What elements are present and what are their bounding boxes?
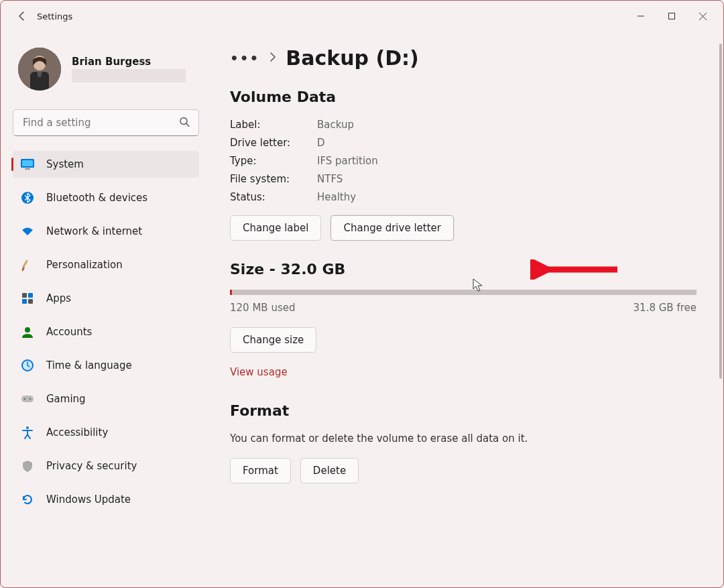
sidebar: Brian Burgess System Bluetooth & devices <box>1 32 208 587</box>
change-size-button[interactable]: Change size <box>230 327 316 353</box>
sidebar-item-update[interactable]: Windows Update <box>13 486 199 513</box>
update-icon <box>21 493 34 506</box>
window-maximize-button[interactable] <box>656 5 687 27</box>
drive-letter-key: Drive letter: <box>230 137 317 149</box>
sidebar-item-label: Apps <box>46 292 71 304</box>
format-description: You can format or delete the volume to e… <box>230 432 697 445</box>
sidebar-item-accessibility[interactable]: Accessibility <box>13 419 199 446</box>
svg-rect-16 <box>21 396 34 402</box>
avatar <box>18 48 61 91</box>
change-drive-letter-button[interactable]: Change drive letter <box>330 215 453 241</box>
sidebar-item-label: Accounts <box>46 326 92 338</box>
chevron-right-icon <box>269 52 276 64</box>
sidebar-item-time[interactable]: Time & language <box>13 352 199 379</box>
status-value: Healthy <box>317 191 697 203</box>
delete-button[interactable]: Delete <box>300 458 359 483</box>
close-icon <box>699 13 707 20</box>
profile-email-placeholder <box>72 69 186 82</box>
apps-icon <box>21 292 34 305</box>
sidebar-item-bluetooth[interactable]: Bluetooth & devices <box>13 184 199 211</box>
search-container <box>13 109 199 136</box>
profile-block[interactable]: Brian Burgess <box>13 48 199 91</box>
format-button[interactable]: Format <box>230 458 291 483</box>
svg-point-14 <box>25 327 30 333</box>
size-free-label: 31.8 GB free <box>634 302 697 314</box>
view-usage-link[interactable]: View usage <box>230 366 288 378</box>
label-key: Label: <box>230 119 317 131</box>
sidebar-item-apps[interactable]: Apps <box>13 285 199 312</box>
sidebar-item-label: Gaming <box>46 393 86 405</box>
svg-rect-9 <box>22 259 28 268</box>
svg-rect-12 <box>22 299 27 304</box>
status-key: Status: <box>230 191 317 203</box>
main-content: ••• Backup (D:) Volume Data Label: Backu… <box>208 32 723 587</box>
size-used-label: 120 MB used <box>230 302 295 314</box>
section-format-heading: Format <box>230 402 697 419</box>
paintbrush-icon <box>21 258 34 272</box>
svg-rect-13 <box>28 299 33 304</box>
breadcrumb-more[interactable]: ••• <box>230 50 259 66</box>
filesystem-value: NTFS <box>317 173 697 185</box>
title-bar: Settings <box>1 1 723 32</box>
section-volume-data-heading: Volume Data <box>230 89 697 105</box>
type-value: IFS partition <box>317 155 697 167</box>
sidebar-item-label: Time & language <box>46 359 132 371</box>
sidebar-item-label: Personalization <box>46 259 123 271</box>
maximize-icon <box>668 13 675 19</box>
page-title: Backup (D:) <box>286 46 418 70</box>
search-input[interactable] <box>13 109 199 136</box>
size-usage-fill <box>230 290 232 295</box>
wifi-icon <box>21 225 34 238</box>
change-label-button[interactable]: Change label <box>230 215 321 241</box>
scrollbar-thumb[interactable] <box>719 44 722 379</box>
profile-name: Brian Burgess <box>72 56 186 68</box>
sidebar-item-label: Accessibility <box>46 426 108 438</box>
drive-letter-value: D <box>317 137 697 149</box>
sidebar-item-label: System <box>46 158 84 170</box>
svg-rect-0 <box>669 13 675 19</box>
bluetooth-icon <box>21 191 34 204</box>
svg-rect-6 <box>22 160 33 166</box>
volume-properties: Label: Backup Drive letter: D Type: IFS … <box>230 119 697 203</box>
type-key: Type: <box>230 155 317 167</box>
svg-point-19 <box>26 426 29 429</box>
window-minimize-button[interactable] <box>625 5 656 27</box>
gamepad-icon <box>21 392 34 406</box>
system-icon <box>21 158 34 171</box>
sidebar-item-label: Network & internet <box>46 225 142 237</box>
svg-point-18 <box>29 398 31 400</box>
sidebar-item-system[interactable]: System <box>13 151 199 178</box>
size-usage-bar <box>230 290 697 295</box>
window-close-button[interactable] <box>687 5 718 27</box>
sidebar-item-accounts[interactable]: Accounts <box>13 318 199 345</box>
svg-point-17 <box>24 398 25 400</box>
filesystem-key: File system: <box>230 173 317 185</box>
sidebar-item-label: Privacy & security <box>46 460 137 472</box>
svg-rect-11 <box>28 293 33 298</box>
accessibility-icon <box>21 426 34 439</box>
svg-rect-7 <box>25 168 30 170</box>
sidebar-item-privacy[interactable]: Privacy & security <box>13 453 199 479</box>
breadcrumb: ••• Backup (D:) <box>230 46 697 70</box>
clock-globe-icon <box>21 359 34 372</box>
sidebar-item-label: Bluetooth & devices <box>46 192 147 204</box>
label-value: Backup <box>317 119 697 131</box>
back-button[interactable] <box>11 5 33 27</box>
minimize-icon <box>638 13 644 19</box>
sidebar-item-label: Windows Update <box>46 493 131 506</box>
app-title: Settings <box>37 11 72 21</box>
back-arrow-icon <box>17 11 27 21</box>
sidebar-item-gaming[interactable]: Gaming <box>13 386 199 412</box>
shield-icon <box>21 459 34 473</box>
sidebar-item-network[interactable]: Network & internet <box>13 218 199 245</box>
sidebar-item-personalization[interactable]: Personalization <box>13 251 199 278</box>
svg-rect-10 <box>22 293 27 298</box>
section-size-heading: Size - 32.0 GB <box>230 261 697 278</box>
person-icon <box>21 325 34 339</box>
